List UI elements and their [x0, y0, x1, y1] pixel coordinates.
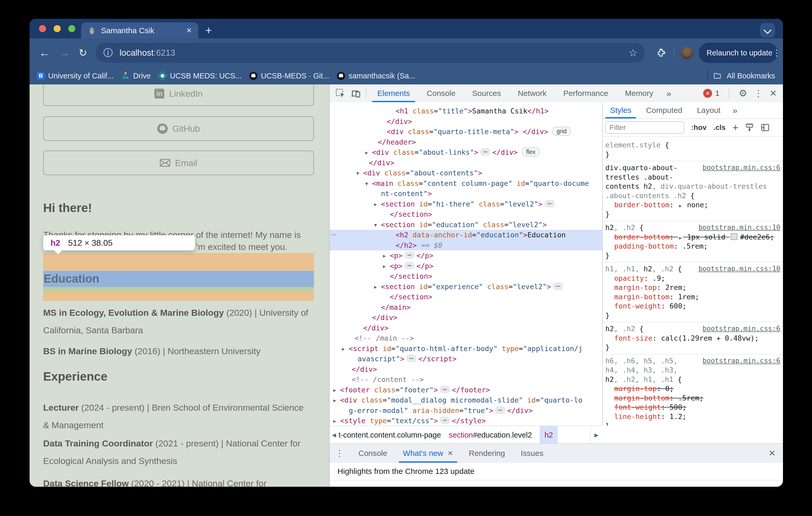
drawer-tab-whats-new[interactable]: What's new ✕: [395, 444, 461, 463]
stylesheet-source-link[interactable]: bootstrap.min.css:6: [703, 163, 780, 173]
close-whats-new-icon[interactable]: ✕: [447, 449, 453, 457]
dom-tree-row[interactable]: ▼<main class="content column-page" id="q…: [329, 178, 602, 189]
css-rule-row[interactable]: contents h2, div.quarto-about-trestles: [603, 182, 783, 191]
tab-close-icon[interactable]: ✕: [186, 26, 192, 35]
settings-gear-icon[interactable]: ⚙: [739, 88, 747, 99]
dom-tree-row[interactable]: ▼<section id="education" class="level2">: [329, 219, 602, 230]
dom-tree-row[interactable]: </div>: [329, 323, 602, 333]
css-rule-row[interactable]: h1, .h1, h2, .h2 {bootstrap.min.css:10: [603, 264, 783, 274]
browser-tab[interactable]: Samantha Csik ✕: [81, 23, 198, 38]
tab-performance[interactable]: Performance: [555, 85, 616, 102]
css-rules-list[interactable]: element.style {}div.quarto-about-bootstr…: [603, 137, 783, 426]
dom-tree-row[interactable]: <h1 class="title">Samantha Csik</h1>: [329, 106, 602, 116]
breadcrumb-scroll-right-icon[interactable]: ▶: [590, 426, 602, 444]
relaunch-to-update-button[interactable]: Relaunch to update ⋮: [699, 42, 778, 63]
css-rule-row[interactable]: font-weight: 500;: [603, 402, 783, 412]
whats-new-link[interactable]: Highlights from the Chrome 123 update: [329, 463, 783, 481]
linkedin-button[interactable]: in LinkedIn: [43, 85, 314, 106]
reload-button[interactable]: ↻: [79, 38, 87, 67]
bookmark-samanthacsik-github[interactable]: samanthacsik (Sa...: [337, 72, 415, 80]
css-rule-row[interactable]: border-bottom: ▶ 1px solid #dee2e6;: [603, 232, 783, 242]
css-rule-row[interactable]: trestles .about-: [603, 173, 783, 182]
css-rule-row[interactable]: font-weight: 600;: [603, 301, 783, 311]
css-rule-row[interactable]: line-height: 1.2;: [603, 412, 783, 421]
devtools-menu-kebab-icon[interactable]: ⋮: [754, 88, 763, 98]
dom-tree-row[interactable]: </div>: [329, 158, 602, 168]
css-rule-row[interactable]: h2, .h2 {bootstrap.min.css:6: [603, 324, 783, 334]
bookmark-drive[interactable]: Drive: [121, 72, 151, 80]
dom-tree-row[interactable]: ▶<p>⋯</p>: [329, 261, 602, 271]
css-rule-row[interactable]: margin-bottom: 1rem;: [603, 292, 783, 302]
breadcrumb-main[interactable]: t-content.content.column-page: [339, 431, 441, 439]
toggle-panel-icon[interactable]: [760, 123, 770, 132]
dom-tree-row[interactable]: </div>: [329, 312, 602, 323]
bookmark-university[interactable]: B University of Calif...: [37, 72, 114, 80]
profile-avatar[interactable]: [680, 47, 694, 60]
css-rule-row[interactable]: .about-contents .h2 {: [603, 191, 783, 201]
tab-styles[interactable]: Styles: [603, 102, 639, 118]
tab-network[interactable]: Network: [509, 85, 555, 102]
dom-tree-row[interactable]: ▶<div class="about-links">⋯</div>flex: [329, 147, 602, 158]
more-sidebar-tabs-icon[interactable]: »: [728, 105, 742, 116]
elements-tree[interactable]: <h1 class="title">Samantha Csik</h1></di…: [329, 102, 602, 429]
css-rule-row[interactable]: h4, .h4, h3, .h3,: [603, 365, 783, 375]
dom-tree-row[interactable]: <div class="quarto-title-meta"> </div>gr…: [329, 126, 602, 137]
tab-memory[interactable]: Memory: [616, 85, 662, 102]
css-rule-row[interactable]: font-size: calc(1.29rem + 0.48vw);: [603, 334, 783, 343]
css-rule-row[interactable]: padding-bottom: .5rem;: [603, 242, 783, 251]
dom-tree-row[interactable]: ▶<script id="quarto-html-after-body" typ…: [329, 343, 602, 354]
back-button[interactable]: ←: [39, 38, 50, 67]
site-info-icon[interactable]: ⓘ: [103, 47, 113, 59]
close-window-button[interactable]: [39, 25, 46, 32]
forward-button[interactable]: →: [59, 38, 70, 67]
device-toolbar-icon[interactable]: [351, 88, 361, 99]
more-tabs-icon[interactable]: »: [662, 88, 676, 98]
dom-tree-row[interactable]: </h2> == $0: [329, 240, 602, 251]
breadcrumb-section[interactable]: section#education.level2: [449, 431, 532, 439]
rendering-emulation-icon[interactable]: [745, 123, 754, 132]
dom-tree-row[interactable]: </div>: [329, 364, 602, 374]
dom-tree-row[interactable]: ▼<div class="about-contents">: [329, 168, 602, 178]
dom-tree-row[interactable]: </section>: [329, 292, 602, 302]
css-rule-row[interactable]: border-bottom: ▶ none;: [603, 200, 783, 210]
new-tab-button[interactable]: +: [205, 23, 212, 38]
css-rule-row[interactable]: h6, .h6, h5, .h5,bootstrap.min.css:6: [603, 356, 783, 366]
new-style-rule-icon[interactable]: +: [732, 122, 738, 133]
dom-tree-row[interactable]: <!-- /main -->: [329, 333, 602, 343]
tab-computed[interactable]: Computed: [639, 102, 690, 118]
css-rule-row[interactable]: }: [603, 210, 783, 219]
css-rule-row[interactable]: margin-bottom: .5rem;: [603, 393, 783, 403]
dom-tree-row[interactable]: </main>: [329, 302, 602, 313]
css-rule-row[interactable]: }: [603, 251, 783, 260]
dom-tree-row[interactable]: avascript">⋯</script>: [329, 354, 602, 364]
dom-tree-row[interactable]: ▶<p>⋯</p>: [329, 250, 602, 261]
extensions-icon[interactable]: [656, 48, 666, 58]
stylesheet-source-link[interactable]: bootstrap.min.css:6: [703, 324, 780, 334]
tab-console[interactable]: Console: [418, 85, 464, 102]
bookmark-ucsb-meds-github[interactable]: UCSB-MEDS · Git...: [249, 72, 329, 80]
minimize-window-button[interactable]: [54, 25, 61, 32]
dom-tree-row[interactable]: <h2 data-anchor-id="education">Education: [329, 230, 602, 240]
stylesheet-source-link[interactable]: bootstrap.min.css:10: [698, 223, 780, 232]
dom-tree-row[interactable]: <!-- /content -->: [329, 374, 602, 385]
dom-tree-row[interactable]: </section>: [329, 209, 602, 219]
email-button[interactable]: Email: [43, 151, 314, 175]
css-rule-row[interactable]: h2, .h2, h1, .h1 {: [603, 375, 783, 384]
tab-elements[interactable]: Elements: [369, 85, 418, 102]
stylesheet-source-link[interactable]: bootstrap.min.css:10: [698, 264, 780, 274]
css-rule-row[interactable]: opacity: .9;: [603, 274, 783, 283]
all-bookmarks-button[interactable]: All Bookmarks: [727, 72, 775, 80]
browser-menu-kebab-icon[interactable]: ⋮: [773, 48, 781, 58]
css-rule-row[interactable]: margin-top: 0;: [603, 384, 783, 393]
dom-tree-row[interactable]: </header>: [329, 137, 602, 147]
breadcrumb-scroll-left-icon[interactable]: ◀: [329, 432, 339, 438]
devtools-close-icon[interactable]: ✕: [770, 88, 777, 98]
dom-tree-row[interactable]: ▶<style type="text/css">⋯</style>: [329, 416, 602, 426]
tab-sources[interactable]: Sources: [464, 85, 509, 102]
dom-tree-row[interactable]: ▶<section id="hi-there" class="level2">⋯: [329, 199, 602, 209]
drawer-tab-rendering[interactable]: Rendering: [461, 444, 513, 463]
dom-tree-row[interactable]: </div>: [329, 116, 602, 127]
dom-tree-row[interactable]: g-error-modal" aria-hidden="true">⋯</div…: [329, 405, 602, 416]
stylesheet-source-link[interactable]: bootstrap.min.css:6: [703, 356, 780, 366]
bookmark-ucsb-meds[interactable]: UCSB MEDS: UCS...: [158, 72, 241, 80]
